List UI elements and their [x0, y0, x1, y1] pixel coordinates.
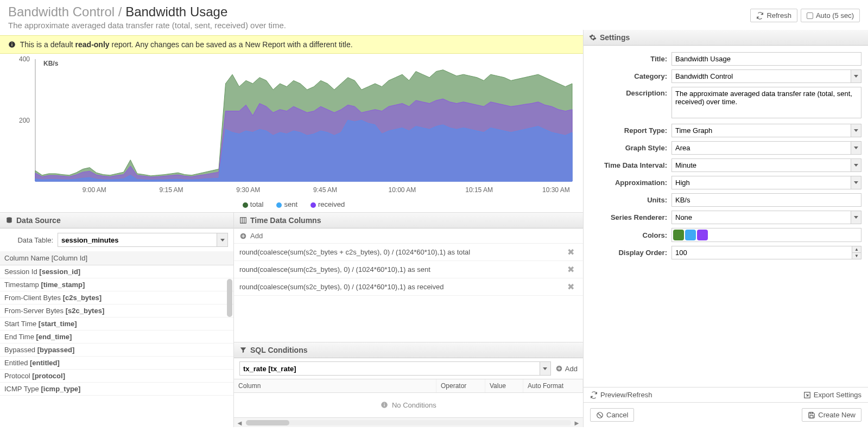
- preview-refresh-button[interactable]: Preview/Refresh: [590, 391, 652, 399]
- svg-text:KB/s: KB/s: [43, 60, 59, 67]
- column-grid-header[interactable]: Column Name [Column Id]: [0, 251, 233, 265]
- spinner-down-icon[interactable]: ▼: [852, 253, 861, 259]
- filter-icon: [239, 346, 247, 354]
- scroll-right-icon[interactable]: ►: [573, 419, 581, 427]
- sql-header-cell[interactable]: Column: [234, 379, 436, 392]
- units-input[interactable]: [671, 193, 861, 207]
- export-icon: [803, 391, 811, 399]
- time-data-columns-panel: Time Data Columns Add round(coalesce(sum…: [234, 213, 583, 427]
- refresh-button[interactable]: Refresh: [750, 9, 797, 22]
- spinner-up-icon[interactable]: ▲: [852, 246, 861, 253]
- breadcrumb-current: Bandwidth Usage: [125, 4, 227, 19]
- auto-refresh-button[interactable]: Auto (5 sec): [801, 9, 860, 22]
- column-row[interactable]: From-Server Bytes [s2c_bytes]: [0, 304, 233, 317]
- column-row[interactable]: Session Id [session_id]: [0, 265, 233, 278]
- color-swatch[interactable]: [673, 230, 684, 240]
- svg-text:9:45 AM: 9:45 AM: [313, 186, 337, 194]
- legend-item[interactable]: total: [238, 200, 264, 208]
- scroll-thumb[interactable]: [246, 420, 289, 425]
- chart[interactable]: 200400KB/s9:00 AM9:15 AM9:30 AM9:45 AM10…: [0, 54, 583, 212]
- report-type-select[interactable]: [671, 124, 861, 137]
- sql-header-cell[interactable]: Auto Format: [523, 379, 583, 392]
- delete-icon[interactable]: ✖: [564, 282, 578, 292]
- sql-header: SQL Conditions: [234, 342, 583, 358]
- scroll-left-icon[interactable]: ◄: [236, 419, 244, 427]
- datatable-combo[interactable]: [58, 233, 228, 247]
- tdc-expression-row[interactable]: round(coalesce(sum(s2c_bytes), 0) / (102…: [234, 278, 583, 296]
- description-textarea[interactable]: [671, 87, 861, 118]
- cancel-button[interactable]: Cancel: [590, 408, 634, 422]
- datatable-trigger[interactable]: [217, 233, 227, 246]
- svg-text:200: 200: [19, 117, 30, 124]
- svg-rect-25: [384, 404, 385, 406]
- tdc-add-button[interactable]: Add: [234, 228, 583, 244]
- svg-text:9:15 AM: 9:15 AM: [160, 186, 183, 194]
- page-subtitle: The approximate averaged data transfer r…: [8, 21, 286, 30]
- colors-field[interactable]: [671, 228, 861, 242]
- color-swatch[interactable]: [697, 230, 708, 240]
- create-new-button[interactable]: Create New: [802, 408, 861, 422]
- refresh-icon: [590, 391, 598, 399]
- color-swatch[interactable]: [685, 230, 696, 240]
- legend-item[interactable]: sent: [272, 200, 297, 208]
- sql-conditions-panel: SQL Conditions Add ColumnOperatorValueAu…: [234, 342, 583, 427]
- column-row[interactable]: Start Time [start_time]: [0, 317, 233, 331]
- sql-header-cell[interactable]: Operator: [436, 379, 485, 392]
- column-row[interactable]: ICMP Type [icmp_type]: [0, 383, 233, 396]
- svg-rect-30: [810, 412, 813, 414]
- checkbox-icon: [807, 12, 813, 19]
- sql-cond-headers: ColumnOperatorValueAuto Format: [234, 379, 583, 393]
- no-conditions-msg: No Conditions: [234, 393, 583, 417]
- column-row[interactable]: Bypassed [bypassed]: [0, 344, 233, 357]
- horizontal-scrollbar[interactable]: ◄ ►: [234, 417, 583, 427]
- readonly-notice: This is a default read-only report. Any …: [0, 35, 583, 54]
- datasource-panel: Data Source Data Table: Column Name [Col…: [0, 213, 234, 427]
- datatable-label: Data Table:: [5, 236, 53, 244]
- svg-point-2: [11, 42, 12, 43]
- gear-icon: [589, 34, 597, 41]
- svg-text:9:00 AM: 9:00 AM: [83, 186, 106, 194]
- sql-column-trigger[interactable]: [540, 362, 550, 375]
- sql-header-cell[interactable]: Value: [485, 379, 523, 392]
- display-order-spinner[interactable]: ▲▼: [671, 246, 861, 259]
- chart-legend: totalsentreceived: [8, 200, 575, 208]
- series-renderer-select[interactable]: [671, 211, 861, 224]
- column-grid[interactable]: Session Id [session_id]Timestamp [time_s…: [0, 265, 233, 427]
- scrollbar-thumb[interactable]: [227, 279, 232, 317]
- refresh-icon: [756, 12, 764, 20]
- column-row[interactable]: Timestamp [time_stamp]: [0, 278, 233, 291]
- info-icon: [8, 41, 16, 48]
- title-input[interactable]: [671, 52, 861, 66]
- tdc-expression-row[interactable]: round(coalesce(sum(c2s_bytes), 0) / (102…: [234, 261, 583, 278]
- delete-icon[interactable]: ✖: [564, 264, 578, 275]
- settings-panel: Settings Title: Category: Description: R…: [583, 30, 868, 427]
- sql-column-input[interactable]: [240, 362, 540, 375]
- svg-rect-15: [240, 218, 246, 224]
- tdc-expression-row[interactable]: round(coalesce(sum(s2c_bytes + c2s_bytes…: [234, 244, 583, 261]
- category-select[interactable]: [671, 69, 861, 83]
- info-icon: [381, 401, 388, 409]
- graph-style-select[interactable]: [671, 141, 861, 155]
- approximation-select[interactable]: [671, 176, 861, 189]
- columns-icon: [239, 217, 247, 224]
- database-icon: [5, 217, 13, 224]
- legend-item[interactable]: received: [306, 200, 345, 208]
- sql-add-button[interactable]: Add: [555, 365, 578, 373]
- breadcrumb: Bandwidth Control / Bandwidth Usage: [8, 4, 286, 20]
- breadcrumb-parent[interactable]: Bandwidth Control: [8, 4, 115, 19]
- settings-header: Settings: [584, 30, 868, 46]
- column-row[interactable]: Protocol [protocol]: [0, 370, 233, 383]
- delete-icon[interactable]: ✖: [564, 247, 578, 257]
- svg-text:9:30 AM: 9:30 AM: [236, 186, 260, 194]
- column-row[interactable]: From-Client Bytes [c2s_bytes]: [0, 291, 233, 304]
- export-settings-button[interactable]: Export Settings: [803, 391, 861, 399]
- datasource-header: Data Source: [0, 213, 233, 228]
- column-row[interactable]: Entitled [entitled]: [0, 357, 233, 370]
- plus-circle-icon: [555, 365, 563, 372]
- column-row[interactable]: End Time [end_time]: [0, 331, 233, 344]
- time-interval-select[interactable]: [671, 158, 861, 172]
- svg-line-29: [598, 413, 602, 417]
- sql-column-combo[interactable]: [239, 361, 551, 376]
- datatable-input[interactable]: [58, 233, 217, 246]
- svg-rect-1: [11, 44, 12, 46]
